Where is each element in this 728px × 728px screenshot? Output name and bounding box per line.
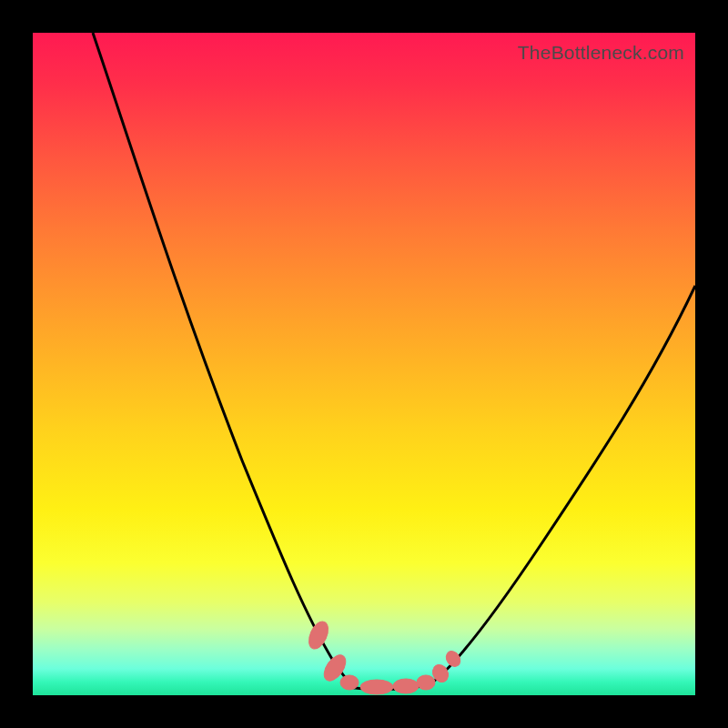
curves-svg	[33, 33, 695, 695]
svg-point-7	[443, 649, 463, 670]
svg-point-5	[417, 675, 435, 690]
right-curve	[430, 286, 695, 684]
chart-frame: TheBottleneck.com	[0, 0, 728, 728]
chart-plot-area: TheBottleneck.com	[33, 33, 695, 695]
svg-point-0	[305, 619, 331, 652]
svg-point-3	[360, 680, 393, 694]
svg-point-4	[393, 679, 419, 693]
highlight-dots	[305, 619, 463, 694]
left-curve	[93, 33, 351, 684]
svg-point-2	[340, 675, 359, 690]
